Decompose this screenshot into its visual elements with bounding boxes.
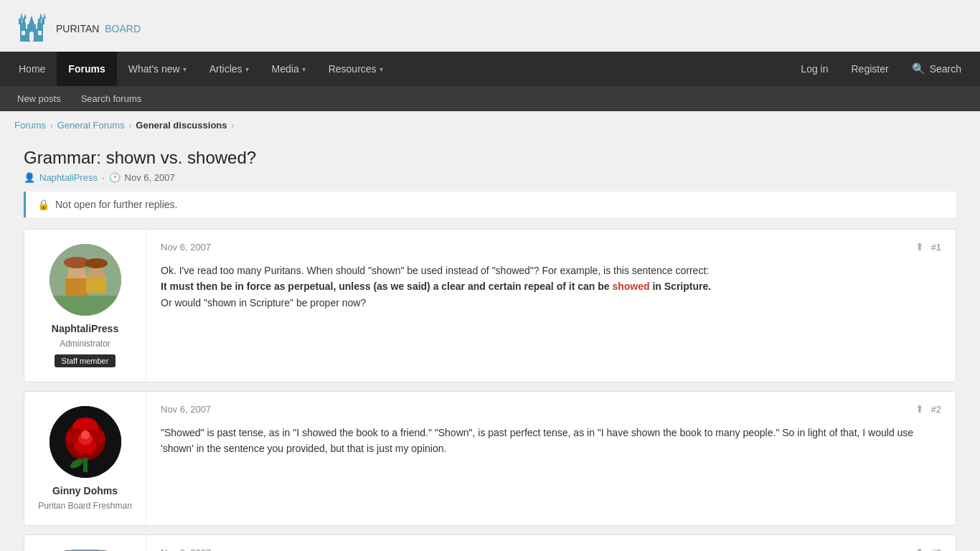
post-2-date: Nov 6, 2007 xyxy=(161,404,211,415)
post-2-author-name: Ginny Dohms xyxy=(52,485,118,496)
post-2-author-role: Puritan Board Freshman xyxy=(38,501,132,511)
post-2-content: "Showed" is past tense, as in "I showed … xyxy=(161,425,941,457)
post-3-date: Nov 6, 2007 xyxy=(161,547,211,552)
thread-meta: 👤 NaphtaliPress · 🕐 Nov 6, 2007 xyxy=(24,172,956,183)
post-1-header: Nov 6, 2007 ⬆ #1 xyxy=(161,241,941,253)
nav-resources[interactable]: Resources ▾ xyxy=(317,52,395,86)
svg-marker-11 xyxy=(43,14,46,19)
nav-whats-new[interactable]: What's new ▾ xyxy=(117,52,198,86)
logo-text: PURITAN BOARD xyxy=(56,14,141,37)
svg-rect-15 xyxy=(38,31,42,35)
thread-author-link[interactable]: NaphtaliPress xyxy=(39,172,98,183)
post-3: Nov 6, 2007 ⬆ #3 xyxy=(24,534,956,551)
post-2-num: #2 xyxy=(931,404,941,415)
post-1: NaphtaliPress Administrator Staff member… xyxy=(24,229,956,382)
post-1-share-icon[interactable]: ⬆ xyxy=(915,241,924,253)
post-3-header: Nov 6, 2007 ⬆ #3 xyxy=(161,547,941,551)
svg-rect-25 xyxy=(50,296,121,316)
lock-icon: 🔒 xyxy=(37,199,50,210)
post-1-content: Ok. I've read too many Puritans. When sh… xyxy=(161,263,941,311)
breadcrumb-general-forums[interactable]: General Forums xyxy=(57,120,125,131)
post-1-date: Nov 6, 2007 xyxy=(161,242,211,253)
articles-chevron: ▾ xyxy=(245,65,249,73)
post-2-body: Nov 6, 2007 ⬆ #2 "Showed" is past tense,… xyxy=(146,392,956,525)
post-1-avatar xyxy=(50,244,121,316)
post-1-actions: ⬆ #1 xyxy=(915,241,941,253)
breadcrumb-forums[interactable]: Forums xyxy=(14,120,46,131)
logo-icon xyxy=(14,9,49,43)
breadcrumb: Forums › General Forums › General discus… xyxy=(0,111,980,139)
post-1-num: #1 xyxy=(931,242,941,253)
post-1-body: Nov 6, 2007 ⬆ #1 Ok. I've read too many … xyxy=(146,230,956,382)
breadcrumb-current: General discussions xyxy=(136,120,227,131)
svg-rect-7 xyxy=(42,19,44,24)
avatar-2-image xyxy=(50,406,121,478)
nav-register[interactable]: Register xyxy=(840,52,900,86)
svg-rect-4 xyxy=(19,19,22,24)
svg-rect-14 xyxy=(22,31,25,35)
svg-rect-6 xyxy=(38,19,41,24)
user-icon: 👤 xyxy=(24,172,35,183)
svg-rect-13 xyxy=(29,32,34,42)
post-2-header: Nov 6, 2007 ⬆ #2 xyxy=(161,403,941,415)
svg-rect-19 xyxy=(65,278,88,296)
svg-rect-34 xyxy=(83,458,88,472)
nav-search[interactable]: 🔍 Search xyxy=(900,52,973,86)
svg-point-24 xyxy=(85,258,108,268)
breadcrumb-sep-3: › xyxy=(232,121,235,130)
sub-nav-search-forums[interactable]: Search forums xyxy=(71,86,152,111)
whats-new-chevron: ▾ xyxy=(183,65,187,73)
svg-marker-9 xyxy=(24,14,27,19)
thread-date: Nov 6, 2007 xyxy=(125,172,175,183)
post-2-author: Ginny Dohms Puritan Board Freshman xyxy=(24,392,146,525)
media-chevron: ▾ xyxy=(302,65,306,73)
post-2: Ginny Dohms Puritan Board Freshman Nov 6… xyxy=(24,391,956,526)
post-2-share-icon[interactable]: ⬆ xyxy=(915,403,924,415)
locked-text: Not open for further replies. xyxy=(55,199,177,210)
post-1-author-name: NaphtaliPress xyxy=(52,323,118,334)
svg-rect-5 xyxy=(22,19,25,24)
main-content: Grammar: shown vs. showed? 👤 NaphtaliPre… xyxy=(9,148,971,551)
post-3-num: #3 xyxy=(931,547,941,552)
thread-date-icon: 🕐 xyxy=(109,172,121,183)
nav-forums[interactable]: Forums xyxy=(57,52,116,86)
post-3-author xyxy=(24,535,146,551)
post-2-avatar xyxy=(50,406,121,478)
svg-marker-12 xyxy=(29,16,34,24)
avatar-1-image xyxy=(50,244,121,316)
nav-login[interactable]: Log in xyxy=(789,52,839,86)
resources-chevron: ▾ xyxy=(380,65,383,73)
post-1-staff-badge: Staff member xyxy=(55,354,116,367)
post-1-author: NaphtaliPress Administrator Staff member xyxy=(24,230,146,382)
nav-media[interactable]: Media ▾ xyxy=(260,52,317,86)
svg-rect-23 xyxy=(86,277,106,293)
post-3-body: Nov 6, 2007 ⬆ #3 xyxy=(146,535,956,551)
post-2-actions: ⬆ #2 xyxy=(915,403,941,415)
breadcrumb-sep-1: › xyxy=(50,121,53,130)
locked-notice: 🔒 Not open for further replies. xyxy=(24,192,956,217)
showed-highlight: showed xyxy=(612,281,649,292)
breadcrumb-sep-2: › xyxy=(129,121,132,130)
post-3-actions: ⬆ #3 xyxy=(915,547,941,551)
nav-articles[interactable]: Articles ▾ xyxy=(198,52,260,86)
logo[interactable]: PURITAN BOARD xyxy=(14,9,141,43)
search-icon: 🔍 xyxy=(912,62,925,75)
svg-marker-10 xyxy=(39,13,42,19)
post-1-author-role: Administrator xyxy=(60,339,110,349)
thread-title: Grammar: shown vs. showed? xyxy=(24,148,956,168)
post-3-share-icon[interactable]: ⬆ xyxy=(915,547,924,551)
svg-point-33 xyxy=(81,430,90,439)
main-nav: Home Forums What's new ▾ Articles ▾ Medi… xyxy=(0,52,980,86)
site-header: PURITAN BOARD xyxy=(0,0,980,52)
nav-right: Log in Register 🔍 Search xyxy=(789,52,973,86)
nav-home[interactable]: Home xyxy=(7,52,57,86)
svg-marker-8 xyxy=(20,13,23,19)
sub-nav-new-posts[interactable]: New posts xyxy=(7,86,71,111)
sub-nav: New posts Search forums xyxy=(0,86,980,111)
